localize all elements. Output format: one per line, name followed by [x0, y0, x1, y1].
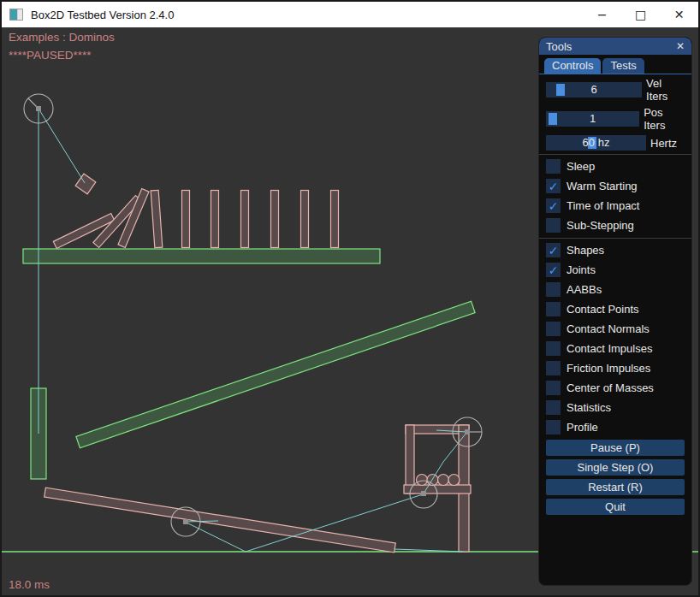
slider-label: Hertz: [650, 137, 677, 150]
app-window: Box2D Testbed Version 2.4.0 − □ ✕ Exampl…: [0, 0, 700, 597]
ball-1: [417, 475, 428, 486]
separator: [539, 238, 691, 239]
slider-row-hertz: 60 hzHertz: [546, 135, 685, 151]
ball-3: [438, 475, 449, 486]
checkbox-label: Sleep: [567, 160, 595, 173]
checkbox-label: Sub-Stepping: [567, 219, 634, 232]
slider-row-pos-iters: 1Pos Iters: [546, 106, 685, 132]
checkbox-box[interactable]: [546, 361, 561, 375]
tools-panel: Tools ✕ ControlsTests 6Vel Iters1Pos Ite…: [538, 37, 692, 586]
center-marker: [421, 491, 426, 496]
restart-r-button[interactable]: Restart (R): [546, 479, 685, 495]
checkbox-center-of-masses[interactable]: Center of Masses: [546, 381, 685, 395]
checkbox-label: Profile: [567, 421, 598, 434]
window-title: Box2D Testbed Version 2.4.0: [31, 9, 174, 21]
checkbox-box[interactable]: [546, 302, 561, 316]
checkbox-contact-impulses[interactable]: Contact Impulses: [546, 341, 685, 356]
checkbox-section: Sleep✓Warm Starting✓Time of ImpactSub-St…: [539, 159, 691, 434]
checkbox-shapes[interactable]: ✓Shapes: [546, 243, 685, 257]
domino-7: [331, 191, 339, 248]
maximize-button[interactable]: □: [621, 2, 660, 27]
checkbox-friction-impulses[interactable]: Friction Impulses: [546, 361, 685, 375]
checkbox-joints[interactable]: ✓Joints: [546, 263, 685, 277]
slider-label: Pos Iters: [644, 106, 685, 132]
checkbox-checked-icon[interactable]: ✓: [546, 243, 561, 257]
slider-value: 6: [546, 82, 642, 98]
single-step-o-button[interactable]: Single Step (O): [546, 459, 685, 476]
slider-track[interactable]: 1: [546, 111, 639, 127]
checkbox-checked-icon[interactable]: ✓: [546, 198, 561, 213]
checkbox-label: Contact Points: [567, 303, 639, 316]
panel-close-icon[interactable]: ✕: [676, 41, 685, 51]
ball-4: [448, 475, 460, 486]
domino-shelf: [23, 249, 380, 263]
pause-p-button[interactable]: Pause (P): [546, 440, 685, 456]
checkbox-warm-starting[interactable]: ✓Warm Starting: [546, 179, 685, 193]
checkbox-contact-normals[interactable]: Contact Normals: [546, 322, 685, 336]
checkbox-box[interactable]: [546, 218, 561, 233]
checkbox-sub-stepping[interactable]: Sub-Stepping: [546, 218, 685, 233]
slider-label: Vel Iters: [646, 77, 685, 103]
close-button[interactable]: ✕: [660, 2, 698, 27]
slider-section: 6Vel Iters1Pos Iters60 hzHertz: [539, 77, 691, 151]
checkbox-label: Statistics: [567, 401, 611, 414]
center-marker: [183, 519, 188, 524]
app-icon: [9, 9, 23, 21]
checkbox-label: AABBs: [567, 283, 602, 296]
checkbox-label: Shapes: [567, 244, 604, 257]
checkbox-label: Time of Impact: [567, 199, 639, 212]
domino-4: [241, 191, 249, 248]
slider-track[interactable]: 6: [546, 82, 642, 98]
checkbox-checked-icon[interactable]: ✓: [546, 179, 561, 193]
checkbox-box[interactable]: [546, 322, 561, 336]
checkbox-box[interactable]: [546, 159, 561, 174]
checkbox-box[interactable]: [546, 420, 561, 434]
slider-track[interactable]: 60 hz: [546, 135, 646, 151]
checkbox-label: Warm Starting: [567, 180, 638, 192]
domino-2: [182, 191, 190, 248]
checkbox-label: Friction Impulses: [567, 362, 650, 375]
slider-value: 1: [546, 111, 639, 127]
checkbox-box[interactable]: [546, 381, 561, 395]
minimize-button[interactable]: −: [583, 2, 621, 27]
domino-6: [301, 191, 309, 248]
center-marker: [36, 106, 41, 111]
checkbox-label: Contact Impulses: [567, 342, 652, 355]
checkbox-box[interactable]: [546, 400, 561, 415]
checkbox-sleep[interactable]: Sleep: [546, 159, 685, 174]
checkbox-label: Contact Normals: [567, 322, 650, 335]
checkbox-profile[interactable]: Profile: [546, 420, 685, 434]
checkbox-time-of-impact[interactable]: ✓Time of Impact: [546, 198, 685, 213]
center-marker: [465, 429, 470, 434]
slider-row-vel-iters: 6Vel Iters: [546, 77, 685, 103]
pendulum-bob: [75, 174, 96, 194]
checkbox-aabbs[interactable]: AABBs: [546, 282, 685, 297]
checkbox-label: Center of Masses: [567, 381, 654, 394]
domino-5: [271, 191, 279, 248]
domino-3: [211, 191, 219, 248]
button-section: Pause (P)Single Step (O)Restart (R)Quit: [539, 440, 691, 515]
tools-panel-title: Tools: [546, 40, 572, 53]
checkbox-label: Joints: [567, 263, 596, 276]
physics-canvas[interactable]: Examples : Dominos ****PAUSED**** 18.0 m…: [2, 27, 698, 597]
quit-button[interactable]: Quit: [546, 499, 685, 515]
checkbox-checked-icon[interactable]: ✓: [546, 263, 561, 277]
example-label: Examples : Dominos: [9, 31, 115, 44]
domino-1: [151, 190, 163, 247]
checkbox-box[interactable]: [546, 341, 561, 356]
tab-tests[interactable]: Tests: [602, 58, 644, 74]
joint-line: [39, 109, 85, 183]
window-controls: − □ ✕: [583, 2, 698, 27]
checkbox-contact-points[interactable]: Contact Points: [546, 302, 685, 316]
frame-time-label: 18.0 ms: [9, 578, 50, 591]
checkbox-statistics[interactable]: Statistics: [546, 400, 685, 415]
stand-left-post: [406, 425, 414, 494]
separator: [539, 154, 691, 155]
panel-tabs: ControlsTests: [539, 58, 691, 74]
titlebar: Box2D Testbed Version 2.4.0 − □ ✕: [2, 2, 698, 27]
checkbox-box[interactable]: [546, 282, 561, 297]
tools-panel-header[interactable]: Tools ✕: [539, 38, 691, 55]
tab-controls[interactable]: Controls: [544, 58, 601, 74]
paused-label: ****PAUSED****: [9, 49, 92, 62]
slider-value: 60 hz: [546, 135, 646, 151]
